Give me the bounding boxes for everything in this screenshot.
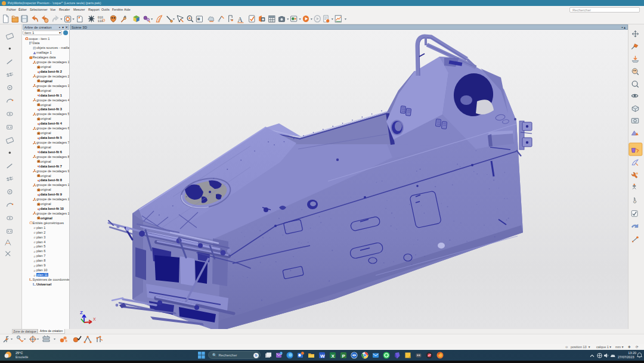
svg-text:⊞: ⊞ [197,17,200,21]
svg-text:g: g [34,264,36,267]
svg-text:P: P [342,353,345,359]
svg-text:110: 110 [98,20,103,23]
svg-text:g: g [34,269,36,272]
svg-text:g: g [34,250,36,253]
svg-text:X: X [331,353,335,359]
svg-text:g: g [34,259,36,262]
svg-text:Z: Z [80,310,83,315]
svg-text:g: g [34,235,36,238]
svg-text:g: g [34,231,36,234]
svg-text:g: g [34,240,36,243]
svg-text:g: g [34,227,36,229]
svg-text:g: g [34,255,36,257]
svg-text:g: g [34,245,36,248]
svg-text:X: X [93,317,96,321]
svg-text:g: g [34,274,36,277]
svg-text:W: W [320,353,325,359]
